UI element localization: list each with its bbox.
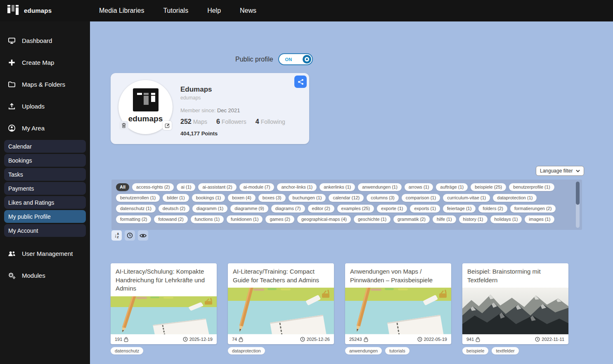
tag-filter-beispiele[interactable]: beispiele (25) bbox=[471, 183, 506, 191]
tag-filter-formatierungen[interactable]: formatierungen (2) bbox=[510, 205, 556, 213]
tag-filter-exports[interactable]: exports (1) bbox=[410, 205, 440, 213]
tag-filter-ai-module[interactable]: ai-module (7) bbox=[239, 183, 275, 191]
map-date: 2025-12-19 bbox=[189, 337, 213, 342]
submenu-item-tasks[interactable]: Tasks bbox=[4, 168, 86, 181]
nav-item-tutorials[interactable]: Tutorials bbox=[163, 7, 188, 14]
brand-logo[interactable]: edumaps bbox=[7, 4, 52, 17]
sidebar-item-uploads[interactable]: Uploads bbox=[0, 95, 90, 117]
tag-filter-auftr-ge[interactable]: aufträge (1) bbox=[436, 183, 468, 191]
sidebar-item-my-area[interactable]: My Area bbox=[0, 117, 90, 139]
profile-username: edumaps bbox=[180, 95, 285, 101]
map-tag-datenschutz[interactable]: datenschutz bbox=[111, 347, 143, 355]
submenu-item-my-public-profile[interactable]: My public Profile bbox=[4, 210, 86, 223]
sidebar-item-modules[interactable]: Modules bbox=[0, 265, 90, 286]
map-tag-textfelder[interactable]: textfelder bbox=[492, 347, 518, 355]
delete-avatar-button[interactable] bbox=[119, 121, 128, 130]
tag-filter-dataprotection[interactable]: dataprotection (1) bbox=[493, 194, 537, 202]
tag-filter-columns[interactable]: columns (3) bbox=[367, 194, 398, 202]
map-card-wrapper: AI-Literacy/Schulung: Kompakte Handreich… bbox=[111, 263, 217, 355]
tag-filter-holidays[interactable]: holidays (1) bbox=[490, 215, 522, 223]
brand-name: edumaps bbox=[24, 7, 52, 14]
tag-filter-functions[interactable]: functions (1) bbox=[191, 215, 224, 223]
tag-filter-folders[interactable]: folders (2) bbox=[478, 205, 507, 213]
tag-filter-exporte[interactable]: exporte (1) bbox=[377, 205, 407, 213]
tag-filter-arrows[interactable]: arrows (1) bbox=[405, 183, 433, 191]
tag-filter-comparison[interactable]: comparison (1) bbox=[402, 194, 440, 202]
toggle-state-text: ON bbox=[285, 57, 292, 62]
nav-item-help[interactable]: Help bbox=[207, 7, 221, 14]
map-card[interactable]: Anwendungen von Maps / Pinnwänden – Prax… bbox=[345, 263, 451, 344]
tag-filter-bookings[interactable]: bookings (1) bbox=[192, 194, 225, 202]
tag-filter-editor[interactable]: editor (2) bbox=[308, 205, 334, 213]
tag-scrollbar-thumb[interactable] bbox=[576, 182, 580, 205]
submenu-item-my-account[interactable]: My Account bbox=[4, 224, 86, 237]
tag-filter-ai[interactable]: ai (1) bbox=[177, 183, 195, 191]
map-tag-tutorials[interactable]: tutorials bbox=[385, 347, 409, 355]
tag-filter-all[interactable]: All bbox=[116, 183, 129, 191]
tag-filter-boxes[interactable]: boxes (3) bbox=[258, 194, 286, 202]
map-card[interactable]: Beispiel: Brainstorming mit Textfeldern bbox=[462, 263, 568, 344]
public-profile-toggle[interactable]: ON bbox=[278, 53, 313, 65]
tag-filter-diagramm[interactable]: diagramm (1) bbox=[192, 205, 227, 213]
tag-filter-benutzerrollen[interactable]: benutzerrollen (1) bbox=[116, 194, 160, 202]
main-content: Public profile ON bbox=[90, 21, 613, 364]
tag-filter-images[interactable]: images (1) bbox=[525, 215, 554, 223]
nav-item-news[interactable]: News bbox=[240, 7, 256, 14]
tag-filter-funktionen[interactable]: funktionen (1) bbox=[227, 215, 263, 223]
tag-filter-geschichte[interactable]: geschichte (1) bbox=[354, 215, 391, 223]
tag-filter-benutzerprofile[interactable]: benutzerprofile (1) bbox=[509, 183, 554, 191]
map-tag-beispiele[interactable]: beispiele bbox=[462, 347, 488, 355]
tag-filter-diagramme[interactable]: diagramme (9) bbox=[230, 205, 268, 213]
tag-filter-history[interactable]: history (1) bbox=[459, 215, 488, 223]
avatar-text: edumaps bbox=[128, 114, 163, 123]
share-button[interactable] bbox=[294, 76, 307, 88]
tag-filter-fotowand[interactable]: fotowand (2) bbox=[154, 215, 187, 223]
sidebar-item-maps-folders[interactable]: Maps & Folders bbox=[0, 73, 90, 95]
tag-filter-buchungen[interactable]: buchungen (1) bbox=[289, 194, 326, 202]
tag-filter-calendar[interactable]: calendar (12) bbox=[329, 194, 364, 202]
tag-filter-feiertage[interactable]: feiertage (1) bbox=[443, 205, 476, 213]
tag-filter-geographical-maps[interactable]: geographical-maps (4) bbox=[297, 215, 351, 223]
tag-filter-bilder[interactable]: bilder (1) bbox=[163, 194, 189, 202]
tag-filter-grammatik[interactable]: grammatik (2) bbox=[393, 215, 430, 223]
nav-item-media-libraries[interactable]: Media Libraries bbox=[99, 7, 144, 14]
edit-avatar-button[interactable] bbox=[163, 121, 172, 130]
tag-filter-anwendungen[interactable]: anwendungen (1) bbox=[358, 183, 402, 191]
language-filter-select[interactable]: Language filter bbox=[536, 166, 584, 176]
sidebar-item-user-management[interactable]: User Management bbox=[0, 243, 90, 265]
tag-filter-formatting[interactable]: formatting (2) bbox=[116, 215, 151, 223]
sidebar-item-dashboard[interactable]: Dashboard bbox=[0, 30, 90, 52]
tag-filter-datenschutz[interactable]: datenschutz (1) bbox=[116, 205, 156, 213]
sort-alphabetical-button[interactable]: ↓ AZ bbox=[111, 230, 122, 241]
map-tag-anwendungen[interactable]: anwendungen bbox=[345, 347, 382, 355]
stat-maps: 252Maps bbox=[180, 118, 207, 125]
submenu-item-payments[interactable]: Payments bbox=[4, 182, 86, 195]
stat-followers[interactable]: 6Followers bbox=[216, 118, 246, 125]
tag-filter-examples[interactable]: examples (25) bbox=[337, 205, 374, 213]
tag-filter-ankerlinks[interactable]: ankerlinks (1) bbox=[320, 183, 355, 191]
tag-filter-games[interactable]: games (2) bbox=[265, 215, 294, 223]
tag-filter-access-rights[interactable]: access-rights (2) bbox=[132, 183, 174, 191]
map-card[interactable]: AI-Literacy/Schulung: Kompakte Handreich… bbox=[111, 263, 217, 344]
sort-recent-button[interactable] bbox=[125, 230, 135, 241]
stat-following[interactable]: 4Following bbox=[256, 118, 285, 125]
submenu-item-likes-and-ratings[interactable]: Likes and Ratings bbox=[4, 196, 86, 209]
toggle-knob bbox=[303, 55, 311, 64]
map-card[interactable]: AI-Literacy/Training: Compact Guide for … bbox=[228, 263, 334, 344]
submenu-item-calendar[interactable]: Calendar bbox=[4, 140, 86, 153]
submenu-item-bookings[interactable]: Bookings bbox=[4, 154, 86, 167]
tag-filter-curriculum-vitae[interactable]: curriculum-vitae (1) bbox=[443, 194, 490, 202]
users-icon bbox=[8, 250, 16, 258]
share-icon bbox=[298, 79, 304, 85]
tag-filter-hilfe[interactable]: hilfe (1) bbox=[433, 215, 456, 223]
tag-filter-deutsch[interactable]: deutsch (2) bbox=[159, 205, 189, 213]
sidebar-item-create-map[interactable]: Create Map bbox=[0, 52, 90, 73]
tag-filter-anchor-links[interactable]: anchor-links (1) bbox=[277, 183, 317, 191]
tag-filter-ai-assistant[interactable]: ai-assistant (2) bbox=[198, 183, 236, 191]
tag-scrollbar-track[interactable] bbox=[576, 182, 580, 228]
tag-filter-diagrams[interactable]: diagrams (7) bbox=[271, 205, 305, 213]
tag-filter-boxen[interactable]: boxen (4) bbox=[228, 194, 255, 202]
map-tag-dataprotection[interactable]: dataprotection bbox=[228, 347, 265, 355]
edit-icon bbox=[165, 123, 170, 128]
sort-views-button[interactable] bbox=[138, 230, 148, 241]
